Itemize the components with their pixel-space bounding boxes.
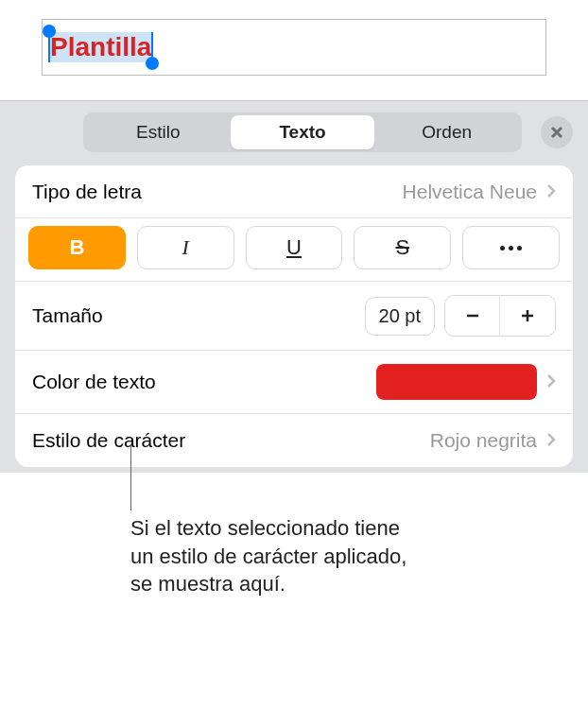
font-value: Helvetica Neue (403, 181, 537, 203)
selection-handle-start[interactable] (43, 25, 56, 38)
tab-text[interactable]: Texto (231, 115, 375, 149)
segmented-control: Estilo Texto Orden (83, 112, 522, 152)
font-label: Tipo de letra (32, 181, 142, 203)
character-style-value: Rojo negrita (430, 429, 537, 452)
callout-line3: se muestra aquí. (130, 570, 406, 598)
more-styles-button[interactable] (462, 226, 560, 269)
callout-line1: Si el texto seleccionado tiene (130, 514, 406, 543)
textbox[interactable]: Plantilla (42, 19, 546, 76)
format-card: Tipo de letra Helvetica Neue B I U S Tam… (15, 165, 573, 467)
bold-button[interactable]: B (28, 226, 126, 269)
callout-line2: un estilo de carácter aplicado, (130, 543, 406, 571)
text-color-row[interactable]: Color de texto (15, 351, 573, 414)
chevron-right-icon (546, 371, 556, 393)
size-stepper (444, 295, 556, 337)
close-icon (550, 126, 563, 139)
size-row: Tamaño 20 pt (15, 282, 573, 351)
selection-handle-end[interactable] (146, 57, 159, 70)
callout-text: Si el texto seleccionado tiene un estilo… (130, 514, 406, 598)
text-color-swatch[interactable] (376, 364, 537, 400)
character-style-row[interactable]: Estilo de carácter Rojo negrita (15, 414, 573, 467)
plus-icon (519, 307, 536, 324)
tab-style[interactable]: Estilo (86, 115, 231, 149)
character-style-label: Estilo de carácter (32, 429, 185, 452)
italic-label: I (182, 235, 189, 260)
minus-icon (464, 307, 481, 324)
selected-text[interactable]: Plantilla (48, 32, 153, 62)
size-label: Tamaño (32, 304, 103, 327)
bold-label: B (69, 235, 84, 260)
format-panel: Estilo Texto Orden Tipo de letra Helveti… (0, 100, 588, 473)
text-color-label: Color de texto (32, 371, 156, 393)
size-value[interactable]: 20 pt (365, 297, 435, 336)
underline-button[interactable]: U (246, 226, 343, 269)
font-row[interactable]: Tipo de letra Helvetica Neue (15, 165, 573, 218)
textbox-container: Plantilla (42, 19, 546, 76)
chevron-right-icon (546, 429, 556, 452)
selected-text-value: Plantilla (50, 32, 151, 61)
strikethrough-button[interactable]: S (354, 226, 451, 269)
callout-line (130, 444, 131, 510)
italic-button[interactable]: I (137, 226, 234, 269)
strike-label: S (395, 235, 409, 260)
chevron-right-icon (546, 181, 556, 203)
close-button[interactable] (541, 116, 573, 148)
size-decrease-button[interactable] (445, 296, 500, 336)
size-increase-button[interactable] (500, 296, 555, 336)
style-buttons-row: B I U S (15, 218, 573, 282)
ellipsis-icon (500, 246, 522, 251)
underline-label: U (286, 235, 302, 260)
tab-order[interactable]: Orden (374, 115, 519, 149)
